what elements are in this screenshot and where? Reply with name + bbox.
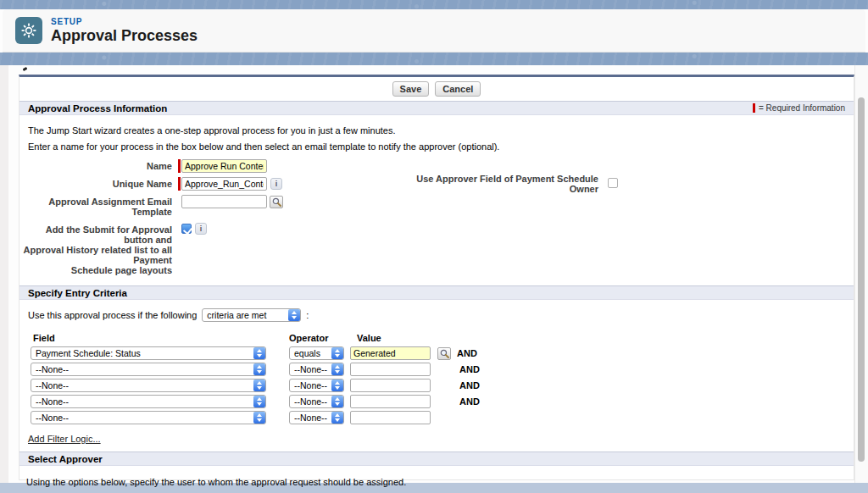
criteria-row-3: --None-- --None-- AND [19, 379, 854, 392]
section-title: Select Approver [28, 454, 103, 464]
save-button[interactable]: Save [392, 81, 430, 97]
approval-process-form: Save Cancel Approval Process Information… [19, 75, 854, 480]
email-template-input[interactable] [181, 195, 267, 208]
criteria-operator-select[interactable]: --None-- [289, 411, 344, 424]
setup-breadcrumb: SETUP [51, 17, 198, 26]
criteria-operator-select[interactable]: --None-- [289, 395, 344, 408]
select-stepper-icon [331, 412, 343, 424]
name-input[interactable] [181, 159, 267, 173]
criteria-colon: : [306, 310, 309, 320]
jumpstart-intro-text: The Jump Start wizard creates a one-step… [28, 125, 854, 136]
criteria-mode-select[interactable]: criteria are met [202, 308, 301, 322]
main-content: Save Cancel Approval Process Information… [0, 65, 868, 483]
criteria-operator-select[interactable]: --None-- [289, 379, 344, 392]
info-icon[interactable]: i [270, 178, 282, 190]
criteria-conjunction: AND [459, 380, 480, 391]
criteria-column-headers: Field Operator Value [19, 333, 854, 344]
section-title: Specify Entry Criteria [28, 288, 127, 298]
criteria-value-input[interactable] [350, 363, 431, 376]
section-approval-process-information: Approval Process Information = Required … [19, 101, 854, 115]
lookup-icon[interactable] [437, 347, 451, 360]
form-toolbar: Save Cancel [19, 77, 854, 101]
criteria-row-4: --None-- --None-- AND [19, 395, 854, 408]
criteria-conjunction: AND [459, 396, 480, 407]
use-approver-field-checkbox[interactable] [608, 178, 618, 188]
select-stepper-icon [253, 379, 265, 391]
criteria-value-input[interactable] [350, 411, 431, 424]
info-icon[interactable]: i [195, 223, 207, 235]
select-stepper-icon [288, 309, 300, 321]
criteria-value-input[interactable] [350, 346, 431, 360]
page-title: Approval Processes [51, 27, 198, 45]
approver-intro-text: Using the options below, specify the use… [26, 477, 854, 487]
clipped-text-artifact [23, 67, 28, 71]
criteria-row-2: --None-- --None-- AND [19, 363, 854, 376]
criteria-value-input[interactable] [350, 379, 431, 392]
criteria-operator-select[interactable]: --None-- [289, 363, 344, 376]
unique-name-input[interactable] [181, 177, 267, 191]
value-column-header: Value [357, 333, 381, 343]
select-stepper-icon [331, 379, 343, 391]
required-information-legend: = Required Information [753, 103, 845, 113]
select-stepper-icon [331, 347, 343, 359]
criteria-field-select[interactable]: --None-- [31, 379, 266, 392]
email-template-label: Approval Assignment Email Template [19, 195, 172, 217]
criteria-field-select[interactable]: --None-- [31, 395, 266, 408]
criteria-value-input[interactable] [350, 395, 431, 408]
required-legend-label: = Required Information [759, 103, 845, 113]
operator-column-header: Operator [289, 333, 328, 343]
required-marker-icon [178, 177, 181, 191]
criteria-operator-select[interactable]: equals [289, 346, 344, 360]
select-stepper-icon [253, 412, 265, 424]
select-stepper-icon [253, 347, 265, 359]
unique-name-label: Unique Name [19, 177, 172, 189]
select-stepper-icon [331, 396, 343, 407]
setup-header: SETUP Approval Processes [3, 9, 865, 53]
select-stepper-icon [253, 363, 265, 375]
section-specify-entry-criteria: Specify Entry Criteria [19, 285, 854, 300]
add-filter-logic-link[interactable]: Add Filter Logic... [28, 434, 101, 444]
criteria-conjunction: AND [459, 364, 480, 374]
use-approver-field-label: Use Approver Field of Payment Schedule O… [380, 172, 598, 194]
vertical-scrollbar-track [854, 65, 868, 483]
criteria-row-5: --None-- --None-- [19, 411, 854, 424]
vertical-scrollbar-thumb[interactable] [858, 97, 865, 462]
field-column-header: Field [33, 333, 55, 343]
select-stepper-icon [253, 396, 265, 407]
select-stepper-icon [331, 363, 343, 375]
criteria-field-select[interactable]: --None-- [31, 411, 266, 424]
section-title: Approval Process Information [28, 103, 167, 114]
cancel-button[interactable]: Cancel [435, 81, 481, 97]
criteria-row-1: Payment Schedule: Status equals AND [19, 346, 854, 360]
required-marker-icon [178, 159, 181, 173]
criteria-conjunction: AND [457, 348, 477, 358]
setup-gear-tile [15, 17, 42, 44]
page-background-band [0, 0, 868, 9]
criteria-field-select[interactable]: --None-- [31, 363, 266, 376]
add-submit-label: Add the Submit for Approval button and A… [19, 223, 172, 275]
criteria-intro-text: Use this approval process if the followi… [28, 310, 197, 320]
required-marker-icon [753, 103, 755, 113]
add-submit-checkbox[interactable] [181, 224, 192, 234]
lookup-icon[interactable] [270, 196, 283, 208]
section-select-approver: Select Approver [19, 451, 854, 466]
name-template-intro-text: Enter a name for your process in the box… [28, 141, 854, 152]
name-label: Name [19, 159, 172, 171]
criteria-field-select[interactable]: Payment Schedule: Status [31, 346, 266, 360]
page-background-band [0, 53, 868, 65]
gear-icon [20, 22, 37, 39]
